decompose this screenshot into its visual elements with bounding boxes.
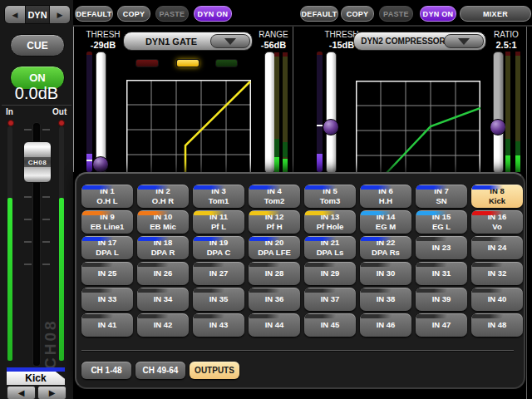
channel-button[interactable]: IN 28 xyxy=(249,262,300,285)
mixer-button[interactable]: MIXER xyxy=(460,6,531,22)
channel-name: Pf L xyxy=(211,222,226,232)
gate-dropdown-button[interactable] xyxy=(210,34,250,48)
channel-button[interactable]: IN 36 xyxy=(249,288,300,311)
channel-button[interactable]: IN 21DPA Ls xyxy=(304,236,356,259)
prev-channel-button[interactable]: ◀ xyxy=(7,386,36,399)
channel-color-stripe xyxy=(305,185,337,190)
cue-button[interactable]: CUE xyxy=(10,34,65,57)
channel-button[interactable]: IN 3Tom1 xyxy=(193,185,244,208)
channel-name: Kick xyxy=(489,196,505,206)
channel-button[interactable]: IN 12Pf H xyxy=(249,210,300,234)
channel-name: O.H R xyxy=(152,196,174,206)
view-next-icon[interactable]: ▶ xyxy=(50,6,70,23)
channel-button[interactable]: IN 41 xyxy=(81,313,133,337)
channel-color-stripe xyxy=(472,211,504,215)
channel-button[interactable]: IN 27 xyxy=(193,262,244,285)
channel-name-plate[interactable]: Kick xyxy=(7,372,65,385)
gate-paste-button[interactable]: PASTE xyxy=(155,6,189,22)
channel-button[interactable]: IN 1O.H L xyxy=(81,185,133,208)
channel-button[interactable]: IN 39 xyxy=(416,288,467,311)
comp-thresh-knob[interactable] xyxy=(323,119,339,135)
channel-button[interactable]: IN 31 xyxy=(416,262,467,285)
comp-default-button[interactable]: DEFAULT xyxy=(300,6,338,22)
tab-outputs[interactable]: OUTPUTS xyxy=(190,362,239,379)
channel-name: Vo xyxy=(492,222,501,232)
channel-button[interactable]: IN 5Tom3 xyxy=(304,185,356,208)
fader-handle[interactable]: CH08 xyxy=(23,141,52,183)
gate-default-button[interactable]: DEFAULT xyxy=(75,6,113,22)
channel-button[interactable]: IN 4Tom2 xyxy=(249,185,300,208)
comp-out-meter xyxy=(515,52,520,172)
gate-thresh-slider[interactable] xyxy=(96,52,106,174)
channel-button[interactable]: IN 14EG M xyxy=(360,210,411,234)
channel-button[interactable]: IN 17DPA L xyxy=(81,236,133,259)
channel-button[interactable]: IN 42 xyxy=(137,313,189,337)
channel-button[interactable]: IN 34 xyxy=(137,288,189,311)
channel-button[interactable]: IN 6H.H xyxy=(360,185,411,208)
channel-button[interactable]: IN 19DPA C xyxy=(193,236,244,259)
channel-button[interactable]: IN 44 xyxy=(249,313,300,337)
channel-button[interactable]: IN 20DPA LFE xyxy=(249,236,300,259)
comp-dropdown-button[interactable] xyxy=(444,34,484,48)
channel-color-stripe xyxy=(249,237,281,241)
channel-name: EB Mic xyxy=(150,222,176,232)
comp-ratio-slider[interactable] xyxy=(493,52,504,174)
gate-dyn-on-button[interactable]: DYN ON xyxy=(194,6,232,22)
channel-button[interactable]: IN 26 xyxy=(137,262,189,285)
channel-color-stripe xyxy=(361,237,392,241)
view-selector[interactable]: ◀ DYN ▶ xyxy=(4,5,71,24)
channel-button[interactable]: IN 37 xyxy=(304,288,356,311)
comp-type-dropdown[interactable]: DYN2 COMPRESSOR xyxy=(353,32,486,51)
gate-led-yellow xyxy=(176,59,200,67)
channel-button[interactable]: IN 18DPA R xyxy=(137,236,189,259)
channel-color-stripe xyxy=(472,314,504,318)
channel-button[interactable]: IN 30 xyxy=(360,262,411,285)
channel-button[interactable]: IN 9EB Line1 xyxy=(81,210,133,234)
channel-button[interactable]: IN 47 xyxy=(416,313,467,337)
channel-button[interactable]: IN 46 xyxy=(360,313,411,337)
channel-button[interactable]: IN 38 xyxy=(360,288,411,311)
channel-name: Pf H xyxy=(267,222,283,232)
gate-type-dropdown[interactable]: DYN1 GATE xyxy=(123,32,253,51)
channel-button[interactable]: IN 22DPA Rs xyxy=(360,236,411,259)
channel-color-stripe xyxy=(194,288,225,293)
gate-out-meter xyxy=(283,52,288,172)
panel-border-right xyxy=(526,27,527,399)
comp-paste-button[interactable]: PASTE xyxy=(379,6,413,22)
channel-button[interactable]: IN 15EG L xyxy=(416,210,467,234)
channel-button[interactable]: IN 33 xyxy=(81,288,133,311)
channel-button[interactable]: IN 32 xyxy=(471,262,523,285)
channel-button[interactable]: IN 11Pf L xyxy=(193,210,244,234)
comp-ratio-knob[interactable] xyxy=(490,119,506,135)
channel-button[interactable]: IN 13Pf Hole xyxy=(304,210,356,234)
view-prev-icon[interactable]: ◀ xyxy=(5,6,25,23)
next-channel-button[interactable]: ▶ xyxy=(37,386,66,399)
channel-button[interactable]: IN 35 xyxy=(193,288,244,311)
channel-button[interactable]: IN 23 xyxy=(416,236,467,259)
channel-button[interactable]: IN 48 xyxy=(471,313,523,337)
gate-thresh-label: THRESH xyxy=(81,30,125,40)
channel-button[interactable]: IN 25 xyxy=(81,262,133,285)
tab-ch-1-48[interactable]: CH 1-48 xyxy=(81,362,131,379)
channel-button[interactable]: IN 43 xyxy=(193,313,244,337)
channel-button[interactable]: IN 7SN xyxy=(416,185,467,208)
channel-button[interactable]: IN 45 xyxy=(304,313,356,337)
channel-button[interactable]: IN 29 xyxy=(304,262,356,285)
channel-button[interactable]: IN 40 xyxy=(471,288,523,311)
channel-color-stripe xyxy=(416,185,448,190)
channel-button[interactable]: IN 8Kick xyxy=(471,185,523,208)
channel-button[interactable]: IN 10EB Mic xyxy=(137,210,189,234)
comp-thresh-slider[interactable] xyxy=(326,52,337,174)
channel-button[interactable]: IN 16Vo xyxy=(471,210,523,234)
channel-button[interactable]: IN 2O.H R xyxy=(137,185,189,208)
comp-copy-button[interactable]: COPY xyxy=(341,6,374,22)
channel-button[interactable]: IN 24 xyxy=(471,236,523,259)
gate-copy-button[interactable]: COPY xyxy=(117,6,150,22)
channel-id: IN 24 xyxy=(488,243,507,253)
channel-id-watermark: CH08 xyxy=(42,293,60,369)
channel-color-stripe xyxy=(472,237,504,241)
gate-thresh-knob[interactable] xyxy=(92,156,109,173)
sidebar-divider xyxy=(2,105,71,106)
comp-dyn-on-button[interactable]: DYN ON xyxy=(420,6,456,22)
tab-ch-49-64[interactable]: CH 49-64 xyxy=(135,362,185,379)
